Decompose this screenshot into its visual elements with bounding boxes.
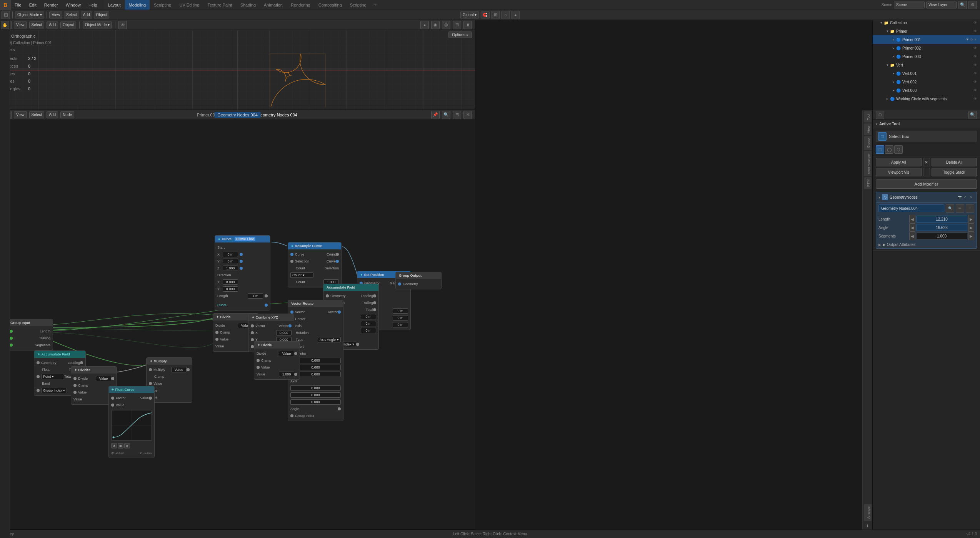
viewport-add-menu[interactable]: Add	[47, 22, 58, 28]
coll-item-primer[interactable]: ▾ 📁 Primer 👁	[873, 27, 980, 35]
mod-x-btn[interactable]: ✕	[923, 158, 930, 166]
props-search[interactable]: 🔍	[968, 111, 977, 119]
angle-decrement[interactable]: ◀	[909, 223, 915, 232]
menu-render[interactable]: Render	[40, 0, 62, 10]
ne-overlay-btn[interactable]: ⊞	[453, 111, 461, 119]
node-group-output[interactable]: Group Output Geometry	[395, 272, 442, 289]
length-value[interactable]: 12.210	[916, 216, 967, 223]
div2-val[interactable]: Value	[279, 351, 294, 356]
coll-item-vert001[interactable]: ▸ 🔵 Vert.001 👁	[873, 69, 980, 78]
acc1-z[interactable]: 0 m	[361, 328, 376, 333]
gn-browse-icon[interactable]: 🔍	[946, 204, 954, 213]
vec-rot-az[interactable]: 0.000	[290, 399, 341, 405]
viewport-shading-solid[interactable]: ●	[420, 21, 429, 29]
mult-val[interactable]: Value	[171, 367, 187, 372]
segments-decrement[interactable]: ◀	[909, 232, 915, 240]
gn-edit-icon[interactable]: ✏	[956, 204, 964, 213]
acc1-y[interactable]: 0 m	[361, 321, 376, 326]
coll-item-vert002[interactable]: ▸ 🔵 Vert.002 👁	[873, 78, 980, 86]
proportional-edit[interactable]: ○	[501, 11, 510, 19]
tab-uv-editing[interactable]: UV Editing	[175, 0, 203, 10]
viewport-select-menu[interactable]: Select	[29, 22, 45, 28]
object-menu[interactable]: Object	[94, 12, 110, 18]
tab-node-wrangler[interactable]: Node Wrangler	[864, 151, 872, 176]
acc2-group[interactable]: Group Index ▾	[41, 388, 67, 393]
tab-texture-paint[interactable]: Texture Paint	[203, 0, 236, 10]
tab-sculpting[interactable]: Sculpting	[150, 0, 175, 10]
curve-reset-btn[interactable]: ↺	[111, 443, 117, 448]
add-modifier-btn[interactable]: Add Modifier	[876, 179, 977, 189]
primer-eye[interactable]: 👁	[973, 29, 977, 33]
overlay-grid[interactable]: ⊞	[491, 11, 500, 19]
active-tool-header[interactable]: ▾ Active Tool	[873, 120, 980, 128]
tab-view[interactable]: View	[864, 123, 872, 135]
acc1-x[interactable]: 0 m	[361, 314, 376, 319]
curve-start-x[interactable]: 0 m	[223, 252, 238, 257]
viewport-view-menu[interactable]: View	[14, 22, 27, 28]
viewport-shading-material[interactable]: ◉	[431, 21, 440, 29]
tab-rendering[interactable]: Rendering	[287, 0, 314, 10]
ne-add-menu[interactable]: Add	[47, 111, 58, 118]
snap-btn[interactable]: 🧲	[480, 12, 490, 18]
toggle-stack-btn[interactable]: Toggle Stack	[932, 168, 977, 176]
viewport-shading[interactable]: ●	[511, 11, 520, 19]
curve-clip-btn[interactable]: ✕	[124, 443, 130, 448]
tab-modeling[interactable]: Modeling	[125, 0, 150, 10]
geonodes-name-selector[interactable]: Geometry Nodes.004	[878, 204, 944, 212]
tool-icon-1[interactable]: □	[876, 145, 884, 154]
editor-type-btn[interactable]: ⊞	[2, 11, 10, 19]
tab-shading[interactable]: Shading	[237, 0, 260, 10]
breadcrumb-geonodes004[interactable]: Geometry Nodes 004	[257, 113, 297, 117]
curve-start-y[interactable]: 0 m	[223, 259, 238, 264]
node-curve-line[interactable]: ● Curve Curve Line Start X 0 m Y 0 m	[215, 235, 270, 311]
tab-extra[interactable]: +	[863, 522, 872, 530]
vec-rot-type[interactable]: Axis Angle ▾	[318, 337, 341, 342]
viewport-shading-rendered[interactable]: ◎	[442, 21, 450, 29]
div2-val2[interactable]: 1.000	[279, 372, 294, 377]
toggle-stack-x-btn[interactable]	[923, 168, 930, 176]
ne-pan-tool[interactable]: ✋	[1, 21, 9, 29]
vec-rot-ax[interactable]: 0.000	[290, 385, 341, 391]
acc2-type[interactable]: Point ▾	[41, 374, 64, 379]
add-menu[interactable]: Add	[81, 12, 92, 18]
global-transform[interactable]: Global ▾	[460, 12, 479, 18]
geonodes-modifier-header[interactable]: ▾ ⬡ GeometryNodes 📷 ⤢ ✕	[876, 192, 977, 202]
ne-select-menu[interactable]: Select	[29, 111, 45, 118]
tool-icon-2[interactable]: ◯	[885, 145, 893, 154]
tool-icon-3[interactable]: ⬡	[894, 145, 903, 154]
segments-value[interactable]: 1.000	[916, 232, 967, 239]
scene-selector[interactable]: Scene	[894, 2, 925, 8]
divider-val[interactable]: Value	[96, 376, 111, 381]
tab-add[interactable]: +	[371, 0, 380, 10]
menu-edit[interactable]: Edit	[25, 0, 40, 10]
curve-dir-y[interactable]: 0.000	[223, 286, 238, 292]
ne-zoom-btn[interactable]: 🔍	[442, 111, 450, 119]
menu-window[interactable]: Window	[62, 0, 85, 10]
coll-item-vert[interactable]: ▾ 📁 Vert 👁	[873, 61, 980, 69]
wc-eye[interactable]: 👁	[973, 97, 977, 101]
ne-node-menu[interactable]: Node	[60, 111, 74, 118]
tab-tool[interactable]: Tool	[864, 111, 872, 123]
node-canvas[interactable]: Group Input Length Trailing Segments ● C…	[0, 120, 475, 529]
select-menu[interactable]: Select	[64, 12, 79, 18]
vert-eye[interactable]: 👁	[973, 63, 977, 67]
node-float-curve[interactable]: ✦ Float Curve Factor Value Value	[108, 386, 155, 458]
tab-ptm[interactable]: PTM	[864, 177, 872, 189]
v001-eye[interactable]: 👁	[973, 71, 977, 75]
object-mode-dropdown[interactable]: Object Mode ▾	[83, 22, 112, 28]
ne-close-btn[interactable]: ✕	[463, 111, 472, 119]
tab-group[interactable]: Group	[864, 136, 872, 150]
length-increment[interactable]: ▶	[968, 215, 974, 223]
v002-eye[interactable]: 👁	[973, 80, 977, 84]
p001-eye[interactable]: 👁	[966, 38, 969, 42]
v003-eye[interactable]: 👁	[973, 88, 977, 92]
p003-eye[interactable]: 👁	[973, 55, 977, 58]
gn-new-icon[interactable]: +	[966, 204, 974, 213]
coll-item-working-circle[interactable]: ▸ 🔵 Working Circle with segments 👁	[873, 95, 980, 103]
gn-expand-arrow[interactable]: ▾	[878, 195, 880, 199]
segments-increment[interactable]: ▶	[968, 232, 974, 240]
apply-all-btn[interactable]: Apply All	[876, 158, 922, 166]
props-editor-type[interactable]: ⬡	[876, 111, 884, 119]
angle-increment[interactable]: ▶	[968, 223, 974, 232]
setpos-y[interactable]: 0 m	[393, 315, 408, 320]
